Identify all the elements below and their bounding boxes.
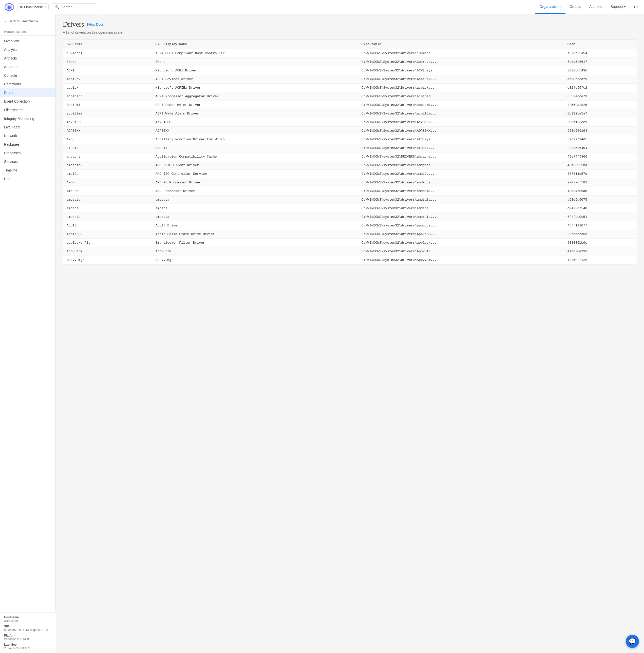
table-row[interactable]: afunixafunixC:\WINDOWS\system32\drivers\… bbox=[63, 144, 637, 152]
sidebar-item-services[interactable]: Services bbox=[0, 157, 55, 166]
table-row[interactable]: amdsbsamdsbsC:\WINDOWS\system32\drivers\… bbox=[63, 204, 637, 213]
cell-hash: c0423d7548 bbox=[564, 204, 637, 213]
back-to-limacharlie[interactable]: ← Back to LimaCharlie bbox=[0, 17, 55, 25]
hostname-value: workstation bbox=[4, 619, 52, 623]
sid-label: SID bbox=[4, 625, 52, 628]
sidebar-item-network[interactable]: Network bbox=[0, 131, 55, 140]
sidebar-item-drivers[interactable]: Drivers bbox=[0, 89, 55, 97]
cell-executable: C:\WINDOWS\system32\DRIVERS\ahcache... bbox=[358, 152, 564, 161]
cell-svc_name: 1394ohci bbox=[63, 49, 152, 58]
table-row[interactable]: AmdK8AMD K8 Processor DriverC:\WINDOWS\S… bbox=[63, 178, 637, 187]
cell-hash: 963a659194 bbox=[564, 127, 637, 135]
table-row[interactable]: acpitimeACPI Wake Alarm DriverC:\WINDOWS… bbox=[63, 110, 637, 118]
sidebar-item-users[interactable]: Users bbox=[0, 174, 55, 183]
nav-addons[interactable]: Add-ons bbox=[585, 0, 606, 14]
sidebar: ← Back to LimaCharlie WORKSTATION Overvi… bbox=[0, 14, 56, 653]
sidebar-item-analytics[interactable]: Analytics bbox=[0, 45, 55, 54]
table-row[interactable]: amdi2cAMD I2C Controller ServiceC:\WINDO… bbox=[63, 170, 637, 178]
sidebar-item-integrity-monitoring[interactable]: Integrity Monitoring bbox=[0, 114, 55, 123]
table-row[interactable]: amdxataamdxataC:\WINDOWS\system32\driver… bbox=[63, 213, 637, 221]
sidebar-item-autoruns[interactable]: Autoruns bbox=[0, 63, 55, 71]
cell-hash: 5c9d5b6617 bbox=[564, 58, 637, 66]
sidebar-item-timeline[interactable]: Timeline bbox=[0, 166, 55, 174]
table-row[interactable]: ADP80XXADP80XXC:\WINDOWS\System32\driver… bbox=[63, 127, 637, 135]
sidebar-item-packages[interactable]: Packages bbox=[0, 140, 55, 149]
col-hash: Hash bbox=[564, 40, 637, 49]
hostname-label: Hostname bbox=[4, 615, 52, 619]
cell-display_name: AMD K8 Processor Driver bbox=[152, 178, 358, 187]
table-row[interactable]: ahcacheApplication Compatibility CacheC:… bbox=[63, 152, 637, 161]
cell-display_name: ADP80XX bbox=[152, 127, 358, 135]
cell-executable: C:\WINDOWS\system32\drivers\appid.s... bbox=[358, 221, 564, 230]
cell-hash: 22fedcfc6c bbox=[564, 230, 637, 239]
nav-groups[interactable]: Groups bbox=[566, 0, 585, 14]
table-row[interactable]: 1394ohci1394 OHCI Compliant Host Control… bbox=[63, 49, 637, 58]
cell-svc_name: amdsata bbox=[63, 196, 152, 204]
back-arrow-icon: ← bbox=[4, 20, 7, 23]
page-header: Drivers [View Docs] bbox=[63, 20, 637, 28]
table-row[interactable]: ACPIMicrosoft ACPI DriverC:\WINDOWS\Syst… bbox=[63, 66, 637, 75]
sidebar-item-detections[interactable]: Detections bbox=[0, 80, 55, 89]
sidebar-item-processes[interactable]: Processes bbox=[0, 149, 55, 157]
sidebar-item-file-system[interactable]: File System bbox=[0, 106, 55, 114]
sidebar-item-console[interactable]: Console bbox=[0, 71, 55, 80]
sidebar-item-event-collection[interactable]: Event Collection bbox=[0, 97, 55, 106]
cell-svc_name: AcpiDev bbox=[63, 75, 152, 83]
chat-button[interactable]: 💬 bbox=[626, 635, 639, 648]
table-row[interactable]: AcpiPmiACPI Power Meter DriverC:\WINDOWS… bbox=[63, 101, 637, 110]
table-row[interactable]: Acx01000Acx01000C:\WINDOWS\system32\driv… bbox=[63, 118, 637, 127]
search-box[interactable]: 🔍 bbox=[52, 3, 97, 11]
cell-svc_name: AppID bbox=[63, 221, 152, 230]
cell-display_name: amdsbs bbox=[152, 204, 358, 213]
cell-display_name: AppvVemgr bbox=[152, 256, 358, 264]
table-row[interactable]: applockerfltrSmartlocker Filter DriverC:… bbox=[63, 239, 637, 247]
nav-organizations[interactable]: Organizations bbox=[535, 0, 565, 14]
table-row[interactable]: AFDAncillary Function Driver for Winso..… bbox=[63, 135, 637, 144]
settings-icon[interactable]: ⚙ bbox=[632, 2, 640, 12]
sidebar-item-live-feed[interactable]: Live Feed bbox=[0, 123, 55, 131]
cell-executable: C:\WINDOWS\System32\drivers\AcpiDev... bbox=[358, 75, 564, 83]
cell-svc_name: amdsbs bbox=[63, 204, 152, 213]
cell-svc_name: AcpiPmi bbox=[63, 101, 152, 110]
page-subtitle: A list of drivers on this operating syst… bbox=[63, 30, 637, 34]
table-row[interactable]: AppvStrmAppvStrmC:\WINDOWS\system32\driv… bbox=[63, 247, 637, 256]
cell-executable: C:\WINDOWS\System32\drivers\3ware.s... bbox=[358, 58, 564, 66]
sidebar-item-artifacts[interactable]: Artifacts bbox=[0, 54, 55, 63]
table-row[interactable]: acpiexMicrosoft ACPIEx DriverC:\WINDOWS\… bbox=[63, 83, 637, 92]
table-row[interactable]: amdsataamdsataC:\WINDOWS\system32\driver… bbox=[63, 196, 637, 204]
cell-hash: 69c2af94d5 bbox=[564, 135, 637, 144]
cell-executable: C:\WINDOWS\system32\drivers\AppvVem... bbox=[358, 256, 564, 264]
org-name: LimaCharlie bbox=[24, 5, 43, 9]
table-row[interactable]: AppIDAppID DriverC:\WINDOWS\system32\dri… bbox=[63, 221, 637, 230]
table-row[interactable]: AmdPPMAMD Processor DriverC:\WINDOWS\Sys… bbox=[63, 187, 637, 196]
cell-svc_name: amdi2c bbox=[63, 170, 152, 178]
cell-svc_name: ahcache bbox=[63, 152, 152, 161]
logo-icon[interactable] bbox=[4, 2, 14, 12]
platform-label: Platform bbox=[4, 634, 52, 637]
cell-executable: C:\WINDOWS\system32\drivers\amdgpio... bbox=[358, 161, 564, 170]
table-row[interactable]: AppvVemgrAppvVemgrC:\WINDOWS\system32\dr… bbox=[63, 256, 637, 264]
cell-hash: f255ea2825 bbox=[564, 101, 637, 110]
cell-svc_name: afunix bbox=[63, 144, 152, 152]
table-row[interactable]: 3ware3wareC:\WINDOWS\System32\drivers\3w… bbox=[63, 58, 637, 66]
org-selector[interactable]: LimaCharlie ▾ bbox=[17, 3, 49, 11]
table-row[interactable]: amdgpio2AMD GPIO Client DriverC:\WINDOWS… bbox=[63, 161, 637, 170]
nav-support[interactable]: Support ▾ bbox=[606, 0, 630, 14]
search-input[interactable] bbox=[61, 5, 94, 9]
back-link-label: Back to LimaCharlie bbox=[8, 19, 38, 23]
cell-svc_name: AmdK8 bbox=[63, 178, 152, 187]
table-scroll-wrapper[interactable]: SVC Name SVC Display Name Executable Has… bbox=[63, 40, 637, 264]
table-row[interactable]: AcpiDevACPI Devices driverC:\WINDOWS\Sys… bbox=[63, 75, 637, 83]
cell-display_name: amdsata bbox=[152, 196, 358, 204]
cell-display_name: AMD GPIO Client Driver bbox=[152, 161, 358, 170]
cell-executable: C:\WINDOWS\system32\drivers\AppvStr... bbox=[358, 247, 564, 256]
sidebar-item-overview[interactable]: Overview bbox=[0, 37, 55, 45]
cell-display_name: 1394 OHCI Compliant Host Controller bbox=[152, 49, 358, 58]
cell-svc_name: ACPI bbox=[63, 66, 152, 75]
cell-executable: C:\WINDOWS\system32\drivers\afunix... bbox=[358, 144, 564, 152]
col-display-name: SVC Display Name bbox=[152, 40, 358, 49]
view-docs-link[interactable]: [View Docs] bbox=[87, 23, 104, 26]
table-row[interactable]: AppleSSDApple Solid State Drive DeviceC:… bbox=[63, 230, 637, 239]
table-row[interactable]: acpipagrACPI Processor Aggregator Driver… bbox=[63, 92, 637, 101]
cell-display_name: Application Compatibility Cache bbox=[152, 152, 358, 161]
